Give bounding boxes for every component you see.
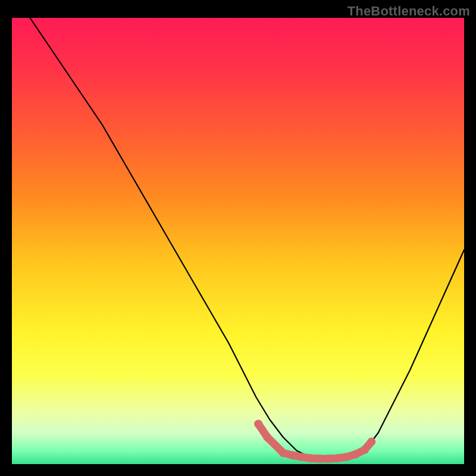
optimal-range-marker (263, 433, 271, 441)
chart-svg (12, 18, 464, 464)
optimal-range-marker (297, 453, 305, 461)
optimal-range-marker (333, 454, 342, 462)
optimal-range-marker (279, 449, 287, 457)
optimal-range-marker (361, 446, 369, 454)
optimal-range-marker (352, 450, 360, 459)
optimal-range-marker (306, 454, 315, 462)
optimal-range-marker (315, 455, 324, 463)
watermark-text: TheBottleneck.com (347, 4, 470, 19)
optimal-range-marker (367, 438, 375, 446)
optimal-range-marker (288, 451, 296, 459)
chart-container: TheBottleneck.com (0, 0, 476, 476)
optimal-range-marker (254, 420, 262, 428)
optimal-range-marker (342, 453, 350, 461)
optimal-range-marker (324, 455, 333, 463)
plot-area (12, 18, 464, 464)
